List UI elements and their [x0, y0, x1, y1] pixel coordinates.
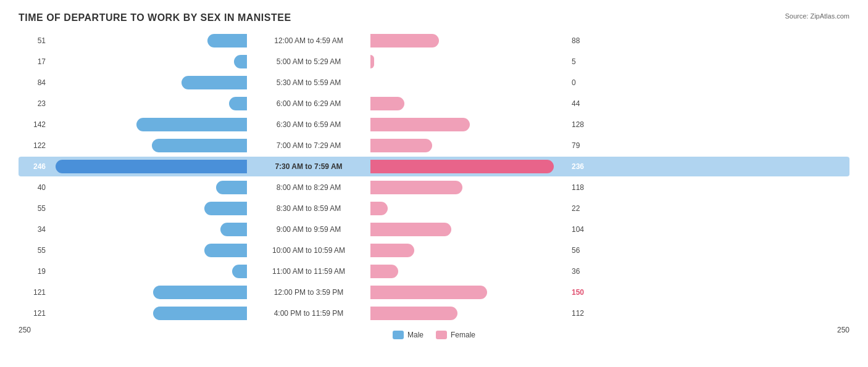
left-value: 84 [19, 78, 49, 87]
right-bar-container [370, 265, 568, 278]
right-bar [370, 202, 388, 215]
legend: Male Female [393, 331, 475, 339]
right-bar-container [370, 286, 568, 299]
left-bar [136, 118, 247, 131]
chart-container: TIME OF DEPARTURE TO WORK BY SEX IN MANI… [0, 0, 868, 367]
left-bar [153, 286, 247, 299]
right-bar [370, 139, 432, 152]
left-bar [220, 223, 247, 236]
right-bar-container [370, 160, 568, 173]
right-bar-container [370, 202, 568, 215]
chart-row: 55 8:30 AM to 8:59 AM 22 [19, 199, 849, 218]
chart-area: 51 12:00 AM to 4:59 AM 88 17 5:00 AM to … [19, 31, 849, 323]
left-value: 23 [19, 99, 49, 108]
time-label: 7:30 AM to 7:59 AM [247, 162, 370, 171]
time-label: 5:30 AM to 5:59 AM [247, 78, 370, 87]
left-bar [204, 202, 247, 215]
left-bar [216, 181, 247, 194]
right-bar [370, 244, 414, 257]
left-bar-container [49, 55, 247, 68]
left-bar [229, 97, 247, 110]
left-value: 17 [19, 57, 49, 66]
right-value: 22 [568, 204, 599, 213]
source-text: Source: ZipAtlas.com [785, 12, 849, 20]
chart-row: 121 12:00 PM to 3:59 PM 150 [19, 282, 849, 302]
right-bar [370, 307, 457, 320]
chart-row: 84 5:30 AM to 5:59 AM 0 [19, 73, 849, 93]
left-bar-container [49, 76, 247, 89]
left-value: 121 [19, 288, 49, 297]
left-value: 40 [19, 183, 49, 192]
left-bar [232, 265, 247, 278]
chart-row: 40 8:00 AM to 8:29 AM 118 [19, 178, 849, 197]
chart-row: 121 4:00 PM to 11:59 PM 112 [19, 303, 849, 323]
left-bar [56, 160, 247, 173]
legend-female-label: Female [451, 331, 475, 339]
left-bar [207, 34, 247, 47]
left-value: 246 [19, 162, 49, 171]
left-bar-container [49, 286, 247, 299]
right-bar-container [370, 55, 568, 68]
chart-title: TIME OF DEPARTURE TO WORK BY SEX IN MANI… [19, 12, 849, 23]
right-value: 236 [568, 162, 599, 171]
time-label: 9:00 AM to 9:59 AM [247, 225, 370, 234]
left-bar-container [49, 223, 247, 236]
right-bar-container [370, 34, 568, 47]
right-bar-container [370, 139, 568, 152]
chart-row: 23 6:00 AM to 6:29 AM 44 [19, 94, 849, 113]
right-bar [370, 265, 398, 278]
time-label: 11:00 AM to 11:59 AM [247, 267, 370, 276]
chart-row: 55 10:00 AM to 10:59 AM 56 [19, 241, 849, 260]
right-value: 150 [568, 288, 599, 297]
legend-male-label: Male [407, 331, 424, 339]
time-label: 6:30 AM to 6:59 AM [247, 120, 370, 129]
chart-row: 34 9:00 AM to 9:59 AM 104 [19, 220, 849, 239]
left-bar-container [49, 244, 247, 257]
right-bar-container [370, 118, 568, 131]
left-value: 122 [19, 141, 49, 150]
left-bar [153, 307, 247, 320]
right-value: 0 [568, 78, 599, 87]
time-label: 8:30 AM to 8:59 AM [247, 204, 370, 213]
time-label: 6:00 AM to 6:29 AM [247, 99, 370, 108]
right-value: 5 [568, 57, 599, 66]
chart-row: 122 7:00 AM to 7:29 AM 79 [19, 136, 849, 155]
right-bar-container [370, 97, 568, 110]
right-value: 128 [568, 120, 599, 129]
left-bar-container [49, 118, 247, 131]
left-bar-container [49, 160, 247, 173]
left-bar-container [49, 139, 247, 152]
time-label: 8:00 AM to 8:29 AM [247, 183, 370, 192]
left-bar [204, 244, 247, 257]
bottom-left-label: 250 [19, 326, 49, 339]
right-value: 104 [568, 225, 599, 234]
left-bar-container [49, 181, 247, 194]
right-bar-container [370, 223, 568, 236]
left-value: 55 [19, 246, 49, 255]
right-bar-container [370, 76, 568, 89]
left-value: 142 [19, 120, 49, 129]
right-bar-container [370, 181, 568, 194]
left-bar-container [49, 202, 247, 215]
right-value: 56 [568, 246, 599, 255]
left-value: 19 [19, 267, 49, 276]
right-bar [370, 97, 404, 110]
time-label: 4:00 PM to 11:59 PM [247, 309, 370, 318]
bottom-right-label: 250 [819, 326, 849, 339]
right-value: 112 [568, 309, 599, 318]
legend-male: Male [393, 331, 424, 339]
left-bar-container [49, 97, 247, 110]
left-value: 121 [19, 309, 49, 318]
right-bar [370, 160, 554, 173]
right-value: 88 [568, 36, 599, 45]
chart-row: 19 11:00 AM to 11:59 AM 36 [19, 262, 849, 281]
left-bar-container [49, 265, 247, 278]
right-bar [370, 118, 470, 131]
right-bar [370, 34, 439, 47]
right-bar-container [370, 244, 568, 257]
chart-row: 246 7:30 AM to 7:59 AM 236 [19, 157, 849, 176]
legend-male-box [393, 331, 404, 339]
time-label: 12:00 PM to 3:59 PM [247, 288, 370, 297]
left-value: 55 [19, 204, 49, 213]
chart-row: 51 12:00 AM to 4:59 AM 88 [19, 31, 849, 51]
